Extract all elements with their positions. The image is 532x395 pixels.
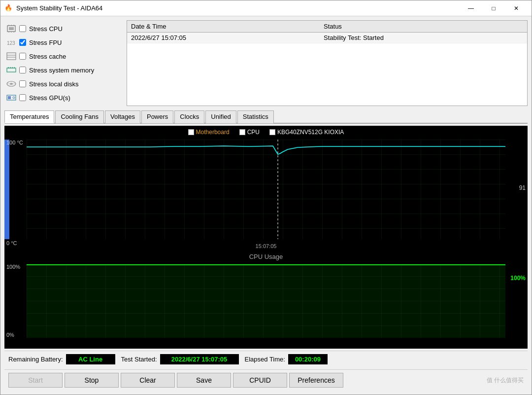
stress-memory-checkbox[interactable] (19, 67, 26, 73)
stress-fpu-row: 123 Stress FPU (4, 36, 123, 49)
stop-button[interactable]: Stop (65, 373, 119, 388)
svg-rect-16 (14, 67, 15, 69)
svg-rect-21 (8, 96, 11, 99)
svg-marker-26 (27, 265, 505, 338)
memory-icon (6, 66, 16, 74)
temp-time-label: 15:07:05 (256, 243, 277, 249)
legend-motherboard-checkbox[interactable] (188, 129, 194, 135)
cpu-usage-chart: CPU Usage 100% 0% (4, 250, 528, 349)
cpu-y-top: 100% (6, 264, 20, 270)
stress-fpu-checkbox[interactable] (19, 39, 26, 46)
stress-cpu-label: Stress CPU (29, 25, 63, 33)
cpu-right-value: 100% (510, 275, 526, 282)
elapsed-time-label: Elapsed Time: (245, 356, 285, 363)
legend-kbg-checkbox[interactable] (269, 129, 275, 135)
elapsed-time-value: 00:20:09 (288, 354, 328, 364)
test-started-item: Test Started: 2022/6/27 15:07:05 (121, 354, 239, 364)
stress-gpu-checkbox[interactable] (19, 94, 26, 101)
log-cell-datetime-0: 2022/6/27 15:07:05 (127, 33, 320, 43)
temperature-legend: Motherboard ✓ CPU KBG40ZNV512G KIOXIA (4, 127, 528, 138)
cpu-usage-chart-svg (27, 264, 505, 338)
log-col-status: Status (320, 21, 527, 33)
tab-statistics[interactable]: Statistics (237, 110, 274, 123)
cpu-usage-title: CPU Usage (4, 253, 528, 260)
stress-disks-label: Stress local disks (29, 80, 78, 88)
stress-cpu-row: Stress CPU (4, 22, 123, 35)
charts-area: Motherboard ✓ CPU KBG40ZNV512G KIOXIA 10… (4, 126, 528, 349)
tab-cooling-fans[interactable]: Cooling Fans (55, 110, 104, 123)
maximize-button[interactable]: □ (482, 0, 505, 16)
temp-right-value: 91 (519, 184, 526, 191)
svg-rect-9 (7, 53, 16, 60)
close-button[interactable]: ✕ (505, 0, 528, 16)
cpu-y-axis: 100% 0% (6, 264, 20, 338)
start-button[interactable]: Start (8, 373, 63, 388)
fpu-icon: 123 (6, 38, 16, 46)
stress-gpu-label: Stress GPU(s) (29, 94, 70, 102)
svg-rect-14 (10, 67, 11, 69)
stress-gpu-row: Stress GPU(s) (4, 91, 123, 104)
temperature-chart: Motherboard ✓ CPU KBG40ZNV512G KIOXIA 10… (4, 126, 528, 250)
svg-text:123: 123 (7, 40, 15, 46)
save-button[interactable]: Save (177, 373, 231, 388)
log-table-container: Date & Time Status 2022/6/27 15:07:05 St… (127, 20, 528, 106)
gpu-icon (6, 94, 16, 102)
status-bar: Remaining Battery: AC Line Test Started:… (4, 351, 528, 367)
stress-memory-row: Stress system memory (4, 64, 123, 76)
svg-rect-23 (27, 140, 505, 239)
remaining-battery-item: Remaining Battery: AC Line (8, 354, 115, 364)
temp-y-top: 100 °C (6, 140, 23, 145)
top-section: Stress CPU 123 Stress FPU (4, 20, 528, 106)
temperature-chart-svg (27, 140, 505, 239)
tab-clocks[interactable]: Clocks (174, 110, 204, 123)
cache-icon (6, 52, 16, 60)
stress-cache-label: Stress cache (29, 53, 66, 60)
watermark-text: 值 什么值得买 (487, 376, 524, 385)
tab-powers[interactable]: Powers (141, 110, 173, 123)
stress-fpu-label: Stress FPU (29, 39, 62, 46)
titlebar: 🔥 System Stability Test - AIDA64 — □ ✕ (0, 0, 532, 16)
log-table: Date & Time Status 2022/6/27 15:07:05 St… (127, 21, 527, 43)
remaining-battery-value: AC Line (66, 354, 115, 364)
test-started-value: 2022/6/27 15:07:05 (160, 354, 239, 364)
main-content: Stress CPU 123 Stress FPU (0, 16, 532, 395)
temp-y-bottom: 0 °C (6, 240, 23, 246)
minimize-button[interactable]: — (460, 0, 482, 16)
tab-voltages[interactable]: Voltages (105, 110, 140, 123)
legend-motherboard: Motherboard (188, 129, 230, 136)
window-title: System Stability Test - AIDA64 (16, 4, 460, 12)
stress-cpu-checkbox[interactable] (19, 25, 26, 32)
test-started-label: Test Started: (121, 356, 157, 363)
legend-cpu: ✓ CPU (239, 129, 260, 136)
stress-cache-row: Stress cache (4, 50, 123, 63)
elapsed-time-item: Elapsed Time: 00:20:09 (245, 354, 328, 364)
svg-point-22 (13, 97, 15, 99)
stress-cache-checkbox[interactable] (19, 53, 26, 60)
clear-button[interactable]: Clear (121, 373, 175, 388)
tab-unified[interactable]: Unified (205, 110, 236, 123)
cpuid-button[interactable]: CPUID (233, 373, 287, 388)
stress-disks-row: Stress local disks (4, 77, 123, 90)
svg-rect-13 (8, 67, 9, 69)
stress-disks-checkbox[interactable] (19, 80, 26, 87)
preferences-button[interactable]: Preferences (289, 373, 343, 388)
cpu-y-bottom: 0% (6, 332, 20, 338)
svg-rect-1 (9, 27, 14, 30)
legend-motherboard-label: Motherboard (196, 129, 230, 136)
app-icon: 🔥 (4, 4, 13, 13)
log-row-0: 2022/6/27 15:07:05 Stability Test: Start… (127, 33, 527, 43)
main-window: 🔥 System Stability Test - AIDA64 — □ ✕ (0, 0, 532, 395)
legend-cpu-label: CPU (247, 129, 260, 136)
button-bar: Start Stop Clear Save CPUID Preferences … (4, 369, 528, 391)
tab-bar: Temperatures Cooling Fans Voltages Power… (4, 110, 528, 124)
stress-options-panel: Stress CPU 123 Stress FPU (4, 20, 123, 106)
temp-y-axis: 100 °C 0 °C (6, 126, 23, 250)
svg-rect-12 (7, 68, 16, 72)
disk-icon (6, 80, 16, 88)
remaining-battery-label: Remaining Battery: (8, 356, 63, 363)
log-cell-status-0: Stability Test: Started (320, 33, 527, 43)
stress-memory-label: Stress system memory (29, 67, 94, 74)
legend-cpu-checkbox[interactable]: ✓ (239, 129, 245, 135)
tab-temperatures[interactable]: Temperatures (4, 110, 54, 123)
svg-rect-15 (12, 67, 13, 69)
